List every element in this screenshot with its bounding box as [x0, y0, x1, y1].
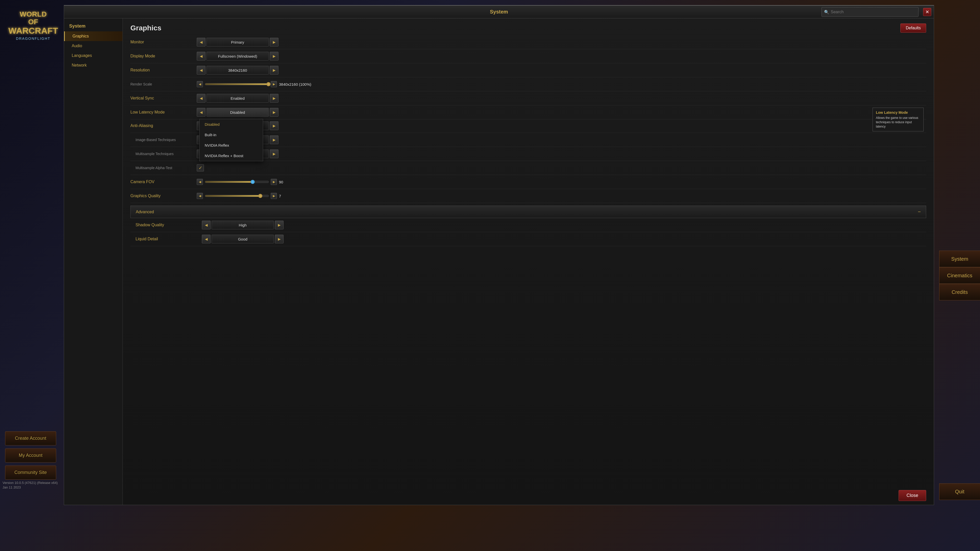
advanced-label: Advanced — [136, 210, 154, 214]
search-icon: 🔍 — [824, 10, 829, 14]
checkbox-checkmark: ✓ — [199, 165, 202, 171]
low-latency-control: ◀ Disabled ▶ — [197, 108, 278, 117]
right-buttons: System Cinematics Credits — [939, 251, 980, 300]
graphics-quality-thumb[interactable] — [258, 194, 262, 198]
camera-fov-left-button[interactable]: ◀ — [197, 179, 203, 185]
monitor-label: Monitor — [130, 40, 197, 44]
version-info: Version 10.0.5 (47621) (Release x64) Jan… — [3, 481, 58, 490]
camera-fov-track[interactable] — [205, 181, 269, 183]
monitor-value: Primary — [207, 38, 269, 46]
nav-graphics[interactable]: Graphics — [64, 32, 123, 41]
liquid-detail-prev-button[interactable]: ◀ — [202, 235, 210, 243]
system-dialog: System 🔍 ✕ System Graphics Audio Languag… — [64, 5, 934, 505]
dialog-nav: System Graphics Audio Languages Network — [64, 18, 123, 505]
graphics-quality-right-button[interactable]: ▶ — [271, 193, 277, 199]
community-site-button[interactable]: Community Site — [5, 465, 56, 480]
render-scale-track[interactable] — [205, 83, 269, 85]
multisample-next-button[interactable]: ▶ — [270, 149, 278, 158]
close-button[interactable]: Close — [899, 490, 926, 501]
dropdown-option-nvidia-reflex-boost[interactable]: NVIDIA Reflex + Boost — [200, 151, 263, 161]
image-based-label: Image-Based Techniques — [130, 138, 197, 142]
liquid-detail-next-button[interactable]: ▶ — [275, 235, 283, 243]
vsync-control: ◀ Enabled ▶ — [197, 94, 278, 103]
resolution-value: 3840x2160 — [207, 66, 269, 75]
vsync-next-button[interactable]: ▶ — [270, 94, 278, 103]
graphics-quality-control: ◀ ▶ 7 — [197, 193, 926, 199]
anti-aliasing-label: Anti-Aliasing — [130, 124, 197, 128]
alpha-test-checkbox[interactable]: ✓ — [197, 164, 204, 171]
search-bar: 🔍 — [821, 7, 918, 17]
nav-network[interactable]: Network — [64, 60, 123, 70]
graphics-quality-track[interactable] — [205, 195, 269, 197]
camera-fov-control: ◀ ▶ 90 — [197, 179, 926, 185]
wow-logo-text: WORLDOF — [20, 11, 47, 26]
shadow-quality-label: Shadow Quality — [135, 223, 202, 227]
search-input[interactable] — [821, 7, 918, 17]
image-based-next-button[interactable]: ▶ — [270, 135, 278, 144]
alpha-test-row: Multisample Alpha-Test ✓ — [130, 161, 926, 175]
camera-fov-thumb[interactable] — [251, 180, 255, 184]
render-scale-left-button[interactable]: ◀ — [197, 81, 203, 87]
low-latency-value[interactable]: Disabled — [207, 108, 269, 117]
dropdown-option-disabled[interactable]: Disabled — [200, 119, 263, 130]
dialog-close-button[interactable]: ✕ — [923, 8, 931, 16]
display-mode-value: Fullscreen (Windowed) — [207, 52, 269, 60]
monitor-prev-button[interactable]: ◀ — [197, 38, 205, 46]
display-mode-label: Display Mode — [130, 54, 197, 59]
liquid-detail-row: Liquid Detail ◀ Good ▶ — [130, 232, 926, 246]
graphics-quality-fill — [205, 195, 260, 197]
low-latency-prev-button[interactable]: ◀ — [197, 108, 205, 117]
anti-aliasing-next-button[interactable]: ▶ — [270, 121, 278, 130]
graphics-quality-left-button[interactable]: ◀ — [197, 193, 203, 199]
monitor-next-button[interactable]: ▶ — [270, 38, 278, 46]
display-mode-prev-button[interactable]: ◀ — [197, 52, 205, 60]
nav-languages[interactable]: Languages — [64, 51, 123, 60]
low-latency-next-button[interactable]: ▶ — [270, 108, 278, 117]
render-scale-thumb[interactable] — [266, 82, 270, 86]
advanced-collapse-button[interactable]: − — [918, 209, 921, 215]
liquid-detail-control: ◀ Good ▶ — [202, 235, 283, 243]
liquid-detail-value: Good — [212, 235, 274, 243]
render-scale-value: 3840x2160 (100%) — [279, 82, 311, 86]
resolution-row: Resolution ◀ 3840x2160 ▶ — [130, 63, 926, 77]
defaults-button[interactable]: Defaults — [900, 24, 926, 33]
camera-fov-right-button[interactable]: ▶ — [271, 179, 277, 185]
advanced-header[interactable]: Advanced − — [130, 206, 926, 218]
shadow-quality-prev-button[interactable]: ◀ — [202, 221, 210, 229]
low-latency-dropdown: Disabled Built-in NVIDIA Reflex NVIDIA R… — [199, 119, 263, 161]
system-button[interactable]: System — [939, 251, 980, 267]
nav-section-title: System — [64, 21, 123, 32]
shadow-quality-row: Shadow Quality ◀ High ▶ — [130, 218, 926, 232]
shadow-quality-value: High — [212, 221, 274, 229]
quit-button[interactable]: Quit — [939, 483, 980, 500]
dialog-content: Graphics Defaults Monitor ◀ Primary ▶ Di… — [123, 18, 934, 505]
render-scale-right-button[interactable]: ▶ — [271, 81, 277, 87]
create-account-button[interactable]: Create Account — [5, 431, 56, 445]
multisample-label: Multisample Techniques — [130, 152, 197, 156]
wow-expansion-label: DRAGONFLIGHT — [16, 37, 50, 41]
display-mode-row: Display Mode ◀ Fullscreen (Windowed) ▶ — [130, 49, 926, 63]
vsync-prev-button[interactable]: ◀ — [197, 94, 205, 103]
resolution-next-button[interactable]: ▶ — [270, 66, 278, 75]
render-scale-control: ◀ ▶ 3840x2160 (100%) — [197, 81, 926, 87]
render-scale-fill — [205, 83, 269, 85]
dropdown-option-builtin[interactable]: Built-in — [200, 130, 263, 140]
low-latency-tooltip: Low Latency Mode Allows the game to use … — [873, 108, 924, 131]
display-mode-control: ◀ Fullscreen (Windowed) ▶ — [197, 52, 278, 60]
low-latency-label: Low Latency Mode — [130, 110, 197, 114]
shadow-quality-next-button[interactable]: ▶ — [275, 221, 283, 229]
nav-audio[interactable]: Audio — [64, 41, 123, 51]
advanced-section: Advanced − Shadow Quality ◀ High ▶ — [130, 206, 926, 246]
credits-button[interactable]: Credits — [939, 284, 980, 300]
render-scale-label: Render Scale — [130, 82, 197, 86]
camera-fov-row: Camera FOV ◀ ▶ 90 — [130, 175, 926, 189]
monitor-row: Monitor ◀ Primary ▶ — [130, 35, 926, 49]
low-latency-row: Low Latency Mode ◀ Disabled ▶ — [130, 105, 926, 119]
cinematics-button[interactable]: Cinematics — [939, 267, 980, 284]
resolution-label: Resolution — [130, 68, 197, 73]
my-account-button[interactable]: My Account — [5, 448, 56, 462]
resolution-prev-button[interactable]: ◀ — [197, 66, 205, 75]
display-mode-next-button[interactable]: ▶ — [270, 52, 278, 60]
dropdown-option-nvidia-reflex[interactable]: NVIDIA Reflex — [200, 140, 263, 151]
wow-logo-title: WARCRAFT — [8, 26, 58, 35]
